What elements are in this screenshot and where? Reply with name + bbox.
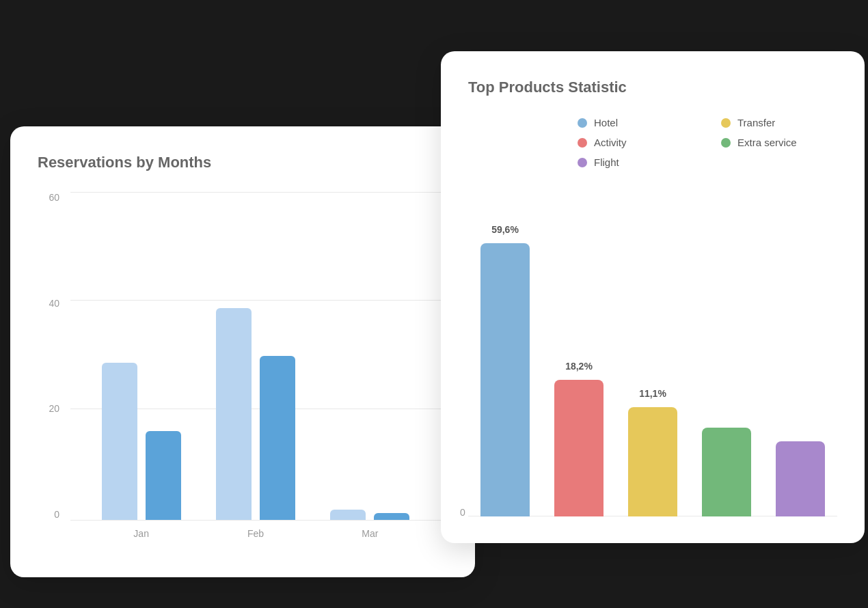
activity-bar <box>554 380 603 516</box>
hotel-label: Hotel <box>594 117 618 128</box>
x-label-jan: Jan <box>102 528 181 539</box>
bar-feb-light <box>216 308 252 520</box>
products-card: Top Products Statistic Hotel Transfer Ac… <box>441 51 865 543</box>
bar-group-mar <box>330 510 409 520</box>
y-label-0: 0 <box>54 509 59 520</box>
y-label-40: 40 <box>49 298 59 309</box>
product-bars: 59,6% 18,2% 11,1% <box>468 209 837 516</box>
bar-mar-dark <box>374 513 409 520</box>
extra-bar <box>702 428 751 516</box>
activity-label: Activity <box>594 137 627 148</box>
legend-extra: Extra service <box>721 137 837 148</box>
bar-jan-dark-bar <box>146 431 181 520</box>
x-label-feb: Feb <box>216 528 295 539</box>
transfer-label: Transfer <box>737 117 775 128</box>
x-axis: Jan Feb Mar <box>70 520 441 547</box>
product-bar-extra <box>702 428 751 516</box>
y-axis: 60 40 20 0 <box>38 192 65 520</box>
transfer-percent: 11,1% <box>639 388 666 399</box>
bar-feb-dark-bar <box>260 356 295 520</box>
bar-feb-light-bar <box>216 308 252 520</box>
flight-dot <box>578 158 587 167</box>
bar-feb-dark <box>260 356 295 520</box>
reservations-title: Reservations by Months <box>38 154 448 171</box>
activity-percent: 18,2% <box>565 361 593 372</box>
legend-hotel: Hotel <box>578 117 694 128</box>
transfer-dot <box>721 118 731 128</box>
product-bar-hotel: 59,6% <box>480 243 530 516</box>
bar-mar-light <box>330 510 366 520</box>
x-label-mar: Mar <box>330 528 409 539</box>
transfer-bar <box>628 407 677 516</box>
bar-group-jan <box>102 363 181 520</box>
product-bar-flight <box>776 441 825 516</box>
legend-transfer: Transfer <box>721 117 837 128</box>
activity-dot <box>578 138 587 148</box>
extra-dot <box>721 138 731 148</box>
y-label-20: 20 <box>49 403 59 414</box>
hotel-dot <box>578 118 587 128</box>
bar-jan-light <box>102 363 137 520</box>
product-bar-activity: 18,2% <box>554 380 603 516</box>
legend: Hotel Transfer Activity Extra service Fl… <box>578 117 837 168</box>
zero-label: 0 <box>460 507 465 518</box>
legend-activity: Activity <box>578 137 694 148</box>
product-bar-transfer: 11,1% <box>628 407 677 516</box>
reservations-chart: 60 40 20 0 <box>38 192 448 547</box>
bar-jan-light-bar <box>102 363 137 520</box>
hotel-percent: 59,6% <box>491 224 519 235</box>
hotel-bar <box>480 243 530 516</box>
reservations-card: Reservations by Months 60 40 20 0 <box>10 126 475 577</box>
bar-group-feb <box>216 308 295 520</box>
bar-jan-dark <box>146 431 181 520</box>
flight-label: Flight <box>594 156 619 168</box>
bar-mar-dark-bar <box>374 513 409 520</box>
flight-bar <box>776 441 825 516</box>
bars-container <box>70 192 441 520</box>
bar-mar-light-bar <box>330 510 366 520</box>
legend-flight: Flight <box>578 156 694 168</box>
product-chart: 0 59,6% 18,2% 11,1% <box>468 189 837 544</box>
extra-label: Extra service <box>737 137 797 148</box>
products-title: Top Products Statistic <box>468 79 837 96</box>
y-label-60: 60 <box>49 192 59 203</box>
